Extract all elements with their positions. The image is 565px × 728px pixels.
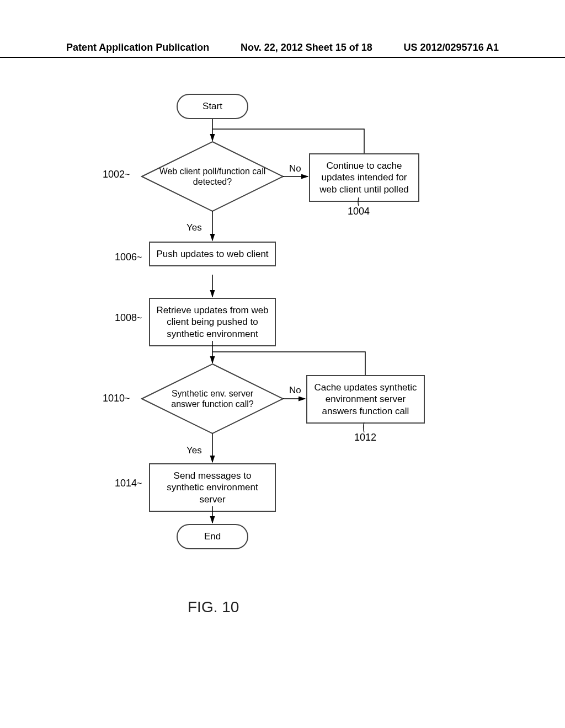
header-left: Patent Application Publication bbox=[66, 42, 209, 53]
header-right: US 2012/0295716 A1 bbox=[404, 42, 499, 53]
figure-label: FIG. 10 bbox=[188, 598, 239, 616]
page-header: Patent Application Publication Nov. 22, … bbox=[0, 42, 565, 58]
flow-arrows bbox=[0, 88, 565, 640]
flowchart: Start Web client poll/function call dete… bbox=[0, 88, 565, 640]
header-center: Nov. 22, 2012 Sheet 15 of 18 bbox=[241, 42, 372, 53]
